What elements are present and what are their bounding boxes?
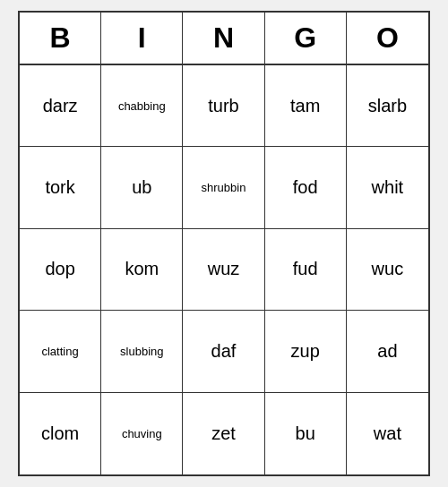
cell-text: daf [211,341,237,362]
cell-text: slubbing [120,345,163,358]
bingo-cell: bu [265,393,347,474]
cell-text: clatting [41,345,78,358]
bingo-cell: daf [183,311,264,392]
cell-text: clom [41,423,79,444]
cell-text: tork [45,177,74,198]
header-letter: I [101,13,183,64]
bingo-cell: zet [183,393,264,474]
cell-text: kom [125,259,159,279]
cell-text: slarb [368,96,407,116]
cell-text: ad [377,341,397,362]
header-letter: B [20,13,101,64]
cell-text: turb [208,96,238,116]
cell-text: ub [132,177,151,198]
bingo-cell: fud [265,229,347,311]
bingo-cell: zup [265,311,347,392]
cell-text: chuving [122,427,162,440]
bingo-cell: whit [347,147,428,228]
bingo-cell: wuc [347,229,428,311]
cell-text: zup [291,341,320,362]
cell-text: zet [211,423,236,444]
cell-text: wat [374,423,401,444]
cell-text: tam [290,96,320,116]
cell-text: wuc [372,259,404,279]
bingo-cell: clom [20,393,101,474]
bingo-cell: wuz [183,229,264,311]
cell-text: shrubbin [202,181,246,194]
cell-text: bu [296,423,315,444]
bingo-cell: slubbing [101,311,183,392]
bingo-cell: darz [20,65,101,147]
bingo-cell: turb [183,65,264,147]
bingo-cell: kom [101,229,183,311]
cell-text: wuz [208,259,240,279]
cell-text: chabbing [118,99,166,113]
bingo-cell: ad [347,311,428,392]
bingo-cell: fod [265,147,347,228]
cell-text: whit [372,177,404,198]
header-letter: N [183,13,264,64]
bingo-body: darzchabbingturbtamslarbtorkubshrubbinfo… [20,65,428,474]
bingo-cell: dop [20,229,101,311]
bingo-cell: chabbing [101,65,183,147]
cell-text: darz [43,96,78,116]
cell-text: fod [293,177,318,198]
bingo-cell: chuving [101,393,183,474]
bingo-cell: slarb [347,65,428,147]
header-letter: G [265,13,347,64]
header-letter: O [347,13,428,64]
bingo-cell: clatting [20,311,101,392]
bingo-card: BINGO darzchabbingturbtamslarbtorkubshru… [18,11,430,476]
bingo-cell: wat [347,393,428,474]
bingo-cell: ub [101,147,183,228]
cell-text: dop [45,259,74,279]
bingo-header: BINGO [20,13,428,65]
cell-text: fud [293,259,318,279]
bingo-cell: tam [265,65,347,147]
bingo-cell: shrubbin [183,147,264,228]
bingo-cell: tork [20,147,101,228]
